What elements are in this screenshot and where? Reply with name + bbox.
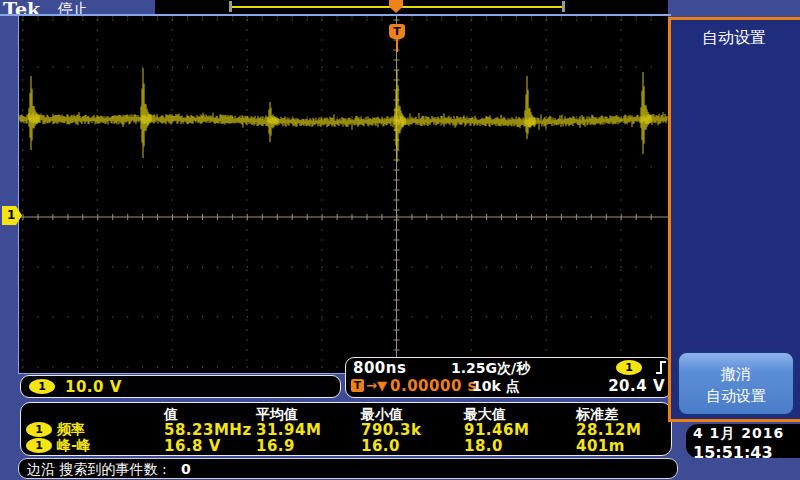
trigger-point-icon: T bbox=[389, 24, 405, 39]
search-events-label: 边沿 搜索到的事件数 : bbox=[27, 461, 167, 479]
menu-title: 自动设置 bbox=[668, 28, 800, 49]
meas2-value: 16.8 V bbox=[164, 437, 221, 455]
graticule-and-trace bbox=[19, 16, 668, 373]
trigger-source-badge: 1 bbox=[616, 360, 642, 375]
meas1-channel-badge: 1 bbox=[26, 422, 52, 437]
rising-edge-icon bbox=[654, 360, 668, 375]
record-window-right-bracket bbox=[562, 1, 565, 12]
record-length: 10k 点 bbox=[472, 378, 520, 396]
trigger-marker-glyph: ▼ bbox=[377, 378, 387, 393]
search-events-count: 0 bbox=[181, 461, 191, 477]
horizontal-trigger-readout-box: 800ns 1.25G次/秒 1 T → ▼ 0.00000 s 10k 点 2… bbox=[345, 357, 672, 398]
undo-autoset-label-line1: 撤消 bbox=[679, 364, 793, 386]
record-view-strip bbox=[155, 0, 668, 14]
waveform-display: T bbox=[19, 16, 668, 373]
channel1-badge: 1 bbox=[29, 379, 55, 394]
meas2-max: 18.0 bbox=[464, 437, 503, 455]
meas2-name: 峰-峰 bbox=[57, 437, 91, 455]
trigger-arrow: → bbox=[366, 378, 377, 393]
time-text: 15:51:43 bbox=[693, 443, 800, 462]
meas2-stddev: 401m bbox=[576, 437, 625, 455]
trigger-level: 20.4 V bbox=[608, 377, 665, 395]
measurements-box: 值 平均值 最小值 最大值 标准差 1 频率 58.23MHz 31.94M 7… bbox=[20, 402, 672, 456]
oscilloscope-screen: Tek 停止 T 1 1 10.0 V 800ns 1.25G次/秒 1 T →… bbox=[0, 0, 800, 480]
trigger-position-marker bbox=[389, 0, 403, 13]
sample-rate: 1.25G次/秒 bbox=[451, 360, 530, 378]
meas2-min: 16.0 bbox=[361, 437, 400, 455]
meas2-channel-badge: 1 bbox=[26, 438, 52, 453]
meas2-mean: 16.9 bbox=[256, 437, 295, 455]
date-text: 4 1月 2016 bbox=[693, 425, 800, 443]
trigger-position-time: 0.00000 s bbox=[390, 377, 477, 395]
trigger-T-icon: T bbox=[351, 379, 364, 392]
channel1-readout-box: 1 10.0 V bbox=[20, 375, 341, 398]
display-left-border bbox=[18, 16, 19, 374]
record-window-left-bracket bbox=[229, 1, 232, 12]
trigger-point-stem bbox=[396, 39, 398, 52]
timebase-value: 800ns bbox=[353, 359, 406, 377]
undo-autoset-button[interactable]: 撤消 自动设置 bbox=[677, 351, 795, 416]
channel1-scale: 10.0 V bbox=[65, 378, 122, 396]
search-events-bar: 边沿 搜索到的事件数 : 0 bbox=[18, 458, 678, 479]
datetime-box: 4 1月 2016 15:51:43 bbox=[686, 424, 800, 458]
undo-autoset-label-line2: 自动设置 bbox=[679, 386, 793, 408]
